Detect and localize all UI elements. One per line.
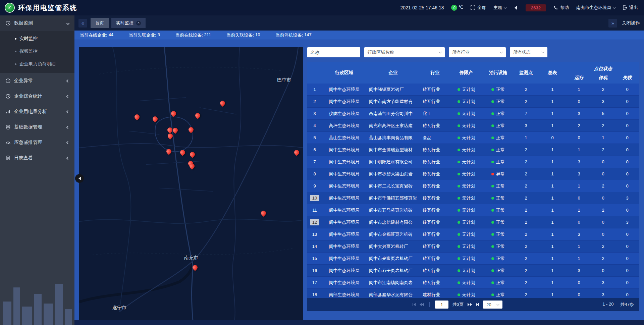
col-limit[interactable]: 停限产 xyxy=(450,62,482,84)
sidebar-item[interactable]: 企业电力负荷明细 xyxy=(0,58,74,70)
cell-run: 1 xyxy=(567,208,591,213)
sidebar-item-label: 实时监控 xyxy=(19,36,38,42)
sidebar-group-3[interactable]: 企业综合统计 xyxy=(0,89,74,104)
table-row[interactable]: 11阆中生态环境局阆中市五马桥页岩机砖砖瓦行业无计划正常21120 xyxy=(307,204,639,216)
cell-industry: 砖瓦行业 xyxy=(420,87,450,93)
table-row[interactable]: 5营山生态环境局营山县润丰肉食品有限食品无计划正常10010 xyxy=(307,132,639,144)
tabs-scroll-right-button[interactable]: » xyxy=(608,19,617,28)
table-row[interactable]: 18南部生态环境局南部县鑫华水泥有限公建材行业无计划正常21030 xyxy=(307,289,639,298)
col-stop[interactable]: 停机 xyxy=(591,72,615,84)
cell-row-number: 10 xyxy=(307,195,322,201)
city-label: 巴中市 xyxy=(277,77,291,83)
table-row[interactable]: 4高坪生态环境局南充市高坪区王家店建砖瓦行业无计划正常31220 xyxy=(307,120,639,132)
col-region[interactable]: 行政区域 xyxy=(322,62,366,84)
sidebar-item[interactable]: 实时监控 xyxy=(0,32,74,45)
sidebar-group-4[interactable]: 企业用电量分析 xyxy=(0,104,74,119)
cell-limit: 无计划 xyxy=(450,268,482,274)
alert-count-badge[interactable]: 2632 xyxy=(526,4,546,11)
map-panel[interactable]: 巴中市南充市遂宁市 xyxy=(79,47,303,320)
col-facility[interactable]: 治污设施 xyxy=(482,62,514,84)
cell-industry: 砖瓦行业 xyxy=(420,183,450,189)
cell-region: 阆中生态环境局 xyxy=(322,219,366,225)
cell-row-number: 4 xyxy=(307,123,322,128)
table-row[interactable]: 3仪陇生态环境局西南油气田分公司川中化工无计划正常71350 xyxy=(307,108,639,120)
city-label: 遂宁市 xyxy=(112,305,126,311)
tabs-scroll-left-button[interactable]: « xyxy=(78,19,87,28)
cell-company: 阆中市金博瑞新型墙材 xyxy=(366,147,420,153)
col-lost[interactable]: 失联 xyxy=(615,72,639,84)
cell-stop: 0 xyxy=(591,220,615,225)
cell-lost: 0 xyxy=(615,111,639,116)
first-page-button[interactable] xyxy=(413,303,416,306)
industry-filter-select[interactable]: 所有行业 xyxy=(449,47,506,57)
sidebar-group-5[interactable]: 基础数据管理 xyxy=(0,119,74,135)
page-size-select[interactable]: 20 xyxy=(483,301,502,309)
col-meters[interactable]: 总表 xyxy=(538,62,567,84)
stat-item: 当前失联设备:10 xyxy=(226,32,260,38)
collapse-map-button[interactable] xyxy=(75,174,84,183)
status-dot-icon xyxy=(458,293,460,296)
col-industry[interactable]: 行业 xyxy=(420,62,450,84)
next-page-button[interactable] xyxy=(468,303,472,306)
table-row[interactable]: 15阆中生态环境局阆中市光富页岩机砖厂砖瓦行业无计划正常21120 xyxy=(307,253,639,265)
last-page-button[interactable] xyxy=(476,303,479,306)
cell-run: 1 xyxy=(567,244,591,249)
tab[interactable]: 实时监控✕ xyxy=(111,18,146,28)
col-points[interactable]: 监测点 xyxy=(514,62,538,84)
table-row[interactable]: 12阆中生态环境局阆中市忠信建材有限公砖瓦行业无计划正常21003 xyxy=(307,216,639,228)
page-number-input[interactable] xyxy=(435,301,448,309)
theme-button[interactable]: 主题 xyxy=(493,5,506,11)
close-operations-button[interactable]: 关闭操作 xyxy=(622,20,640,26)
status-dot-icon xyxy=(458,197,460,200)
sidebar-group-7[interactable]: 日志查看 xyxy=(0,150,74,166)
table-row[interactable]: 7阆中生态环境局阆中明阳建材有限公司砖瓦行业无计划正常21300 xyxy=(307,156,639,168)
col-run[interactable]: 运行 xyxy=(567,72,591,84)
table-row[interactable]: 8阆中生态环境局阆中市枣碧大梁山页岩砖瓦行业无计划异常21300 xyxy=(307,168,639,180)
status-dot-icon xyxy=(458,281,460,284)
logout-button[interactable]: 退出 xyxy=(623,5,638,11)
cell-stop: 2 xyxy=(591,183,615,188)
phone-icon xyxy=(553,5,558,10)
sidebar-group-2[interactable]: 企业异常 xyxy=(0,73,74,89)
status-filter-select[interactable]: 所有状态 xyxy=(510,47,547,57)
cell-limit: 无计划 xyxy=(450,195,482,201)
power-analysis-icon xyxy=(5,109,11,114)
table-row[interactable]: 1阆中生态环境局阆中强锐页岩砖厂砖瓦行业无计划正常21120 xyxy=(307,84,639,96)
sidebar-item[interactable]: 视频监控 xyxy=(0,45,74,58)
sidebar-group-6[interactable]: 应急减排管理 xyxy=(0,135,74,150)
table-row[interactable]: 13阆中生态环境局阆中市金福旺页岩机砖砖瓦行业无计划正常21300 xyxy=(307,228,639,240)
col-company[interactable]: 企业 xyxy=(366,62,420,84)
prev-page-button[interactable] xyxy=(420,303,424,306)
table-row[interactable]: 16阆中生态环境局阆中市石子页岩机砖厂砖瓦行业无计划正常21300 xyxy=(307,265,639,277)
tab-close-icon[interactable]: ✕ xyxy=(136,21,141,25)
region-filter-select[interactable]: 行政区域名称 xyxy=(364,47,445,57)
org-menu[interactable]: 南充市生态环境局 xyxy=(576,5,615,11)
table-row[interactable]: 9阆中生态环境局阆中市二龙长宝页岩砖砖瓦行业无计划正常21120 xyxy=(307,180,639,192)
cell-stop: 2 xyxy=(591,208,615,213)
chevron-down-icon xyxy=(439,50,442,54)
fullscreen-icon xyxy=(471,5,475,10)
cell-company: 阆中市光富页岩机砖厂 xyxy=(366,256,420,262)
chevron-left-icon xyxy=(66,110,70,113)
voice-mute-button[interactable] xyxy=(514,5,518,10)
chevron-left-icon xyxy=(66,156,70,160)
sidebar-group-1[interactable]: 数据监测 xyxy=(0,15,74,31)
help-button[interactable]: 帮助 xyxy=(553,5,569,11)
table-row[interactable]: 6阆中生态环境局阆中市金博瑞新型墙材砖瓦行业无计划正常21120 xyxy=(307,144,639,156)
status-dot-icon xyxy=(458,257,460,260)
pagination-total: 共47条 xyxy=(621,302,634,308)
table-row[interactable]: 14阆中生态环境局阆中大兴页岩机砖厂砖瓦行业无计划正常21120 xyxy=(307,240,639,253)
cell-stop: 2 xyxy=(591,123,615,128)
cell-lost: 3 xyxy=(615,220,639,225)
name-filter-input[interactable] xyxy=(307,47,360,57)
table-row[interactable]: 10阆中生态环境局阆中市千佛镇五郎垭页岩砖瓦行业无计划正常21003 xyxy=(307,192,639,204)
table-row[interactable]: 17阆中生态环境局阆中市江南镇阆南页岩砖瓦行业无计划正常21030 xyxy=(307,277,639,289)
cell-meters: 1 xyxy=(538,280,567,285)
status-dot-icon xyxy=(491,149,494,151)
cell-region: 仪陇生态环境局 xyxy=(322,111,366,117)
org-label: 南充市生态环境局 xyxy=(576,5,611,11)
table-row[interactable]: 2阆中生态环境局阆中市南方节能建材有砖瓦行业无计划正常21030 xyxy=(307,96,639,108)
status-dot-icon xyxy=(458,137,460,139)
tab[interactable]: 首页 xyxy=(91,18,109,28)
fullscreen-button[interactable]: 全屏 xyxy=(471,5,486,11)
